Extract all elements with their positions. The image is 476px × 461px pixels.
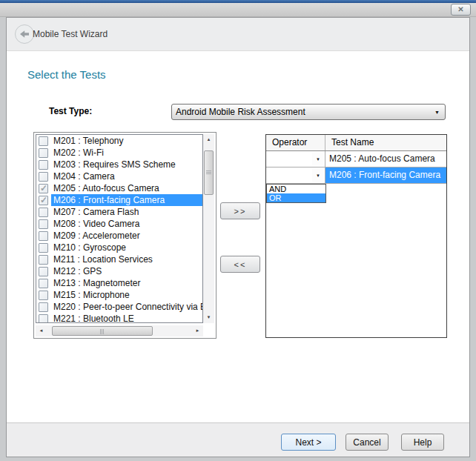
check-icon: ✓ (40, 195, 47, 205)
available-tests-container: ✓M201 : Telephony ✓M202 : Wi-Fi ✓M203 : … (33, 132, 216, 339)
checkbox[interactable]: ✓ (39, 136, 48, 146)
checkbox[interactable]: ✓ (39, 231, 48, 241)
wizard-panel: Mobile Test Wizard Select the Tests Test… (6, 17, 470, 457)
column-header-test-name: Test Name (325, 135, 446, 150)
check-icon: ✓ (40, 183, 47, 193)
checkbox[interactable]: ✓ (39, 279, 48, 288)
test-name-cell[interactable]: M206 : Front-facing Camera (325, 168, 446, 183)
scroll-down-icon[interactable]: ▼ (203, 312, 214, 323)
list-item[interactable]: ✓M213 : Magnetometer (36, 277, 202, 289)
chevron-down-icon[interactable]: ▼ (312, 152, 324, 166)
checkbox[interactable]: ✓ (39, 196, 48, 205)
operator-dropdown-cell[interactable]: ▼ (266, 168, 325, 183)
list-item[interactable]: ✓M202 : Wi-Fi (36, 147, 202, 159)
list-item[interactable]: ✓M208 : Video Camera (36, 218, 202, 230)
operator-options-dropdown: AND OR (266, 184, 326, 203)
checkbox[interactable]: ✓ (39, 243, 48, 253)
horizontal-scrollbar[interactable]: ◄ ► (36, 325, 203, 336)
checkbox[interactable]: ✓ (39, 267, 48, 276)
checkbox[interactable]: ✓ (39, 172, 48, 182)
test-type-select[interactable]: Android Mobile Risk Assessment ▼ (171, 104, 446, 120)
list-item[interactable]: ✓M207 : Camera Flash (36, 206, 202, 218)
list-item[interactable]: ✓M210 : Gyroscope (36, 242, 202, 253)
scroll-up-icon[interactable]: ▲ (203, 134, 214, 145)
table-row[interactable]: ▼ M206 : Front-facing Camera (266, 168, 446, 184)
checkbox[interactable]: ✓ (39, 291, 48, 300)
next-button[interactable]: Next > (281, 434, 336, 451)
list-item[interactable]: ✓M204 : Camera (36, 170, 202, 182)
chevron-down-icon: ▼ (434, 110, 440, 115)
list-item[interactable]: ✓M221 : Bluetooth LE (36, 313, 202, 323)
chevron-down-icon[interactable]: ▼ (312, 168, 324, 182)
wizard-window: ✕ Mobile Test Wizard Select the Tests Te… (0, 0, 476, 461)
operator-dropdown-cell[interactable]: ▼ (266, 151, 325, 167)
wizard-header: Mobile Test Wizard (7, 18, 469, 51)
selected-tests-table: Operator Test Name ▼ M205 : Auto-focus C… (265, 134, 447, 338)
add-tests-button[interactable]: >> (220, 202, 260, 219)
list-item[interactable]: ✓M205 : Auto-focus Camera (36, 182, 202, 194)
vertical-scrollbar-thumb[interactable] (204, 150, 214, 195)
footer-bar: Next > Cancel Help (7, 422, 469, 457)
list-item[interactable]: ✓M201 : Telephony (36, 135, 202, 147)
list-item[interactable]: ✓M220 : Peer-to-peer Connectivity via Bl… (36, 301, 202, 313)
checkbox[interactable]: ✓ (39, 314, 48, 324)
table-header-row: Operator Test Name (266, 135, 446, 151)
scroll-right-icon[interactable]: ► (192, 325, 203, 336)
checkbox[interactable]: ✓ (39, 302, 48, 312)
test-name-cell[interactable]: M205 : Auto-focus Camera (325, 151, 446, 167)
available-tests-list: ✓M201 : Telephony ✓M202 : Wi-Fi ✓M203 : … (36, 134, 203, 323)
operator-option-or[interactable]: OR (267, 193, 325, 202)
checkbox[interactable]: ✓ (39, 184, 48, 193)
checkbox[interactable]: ✓ (39, 255, 48, 265)
horizontal-scrollbar-thumb[interactable] (52, 326, 153, 336)
window-titlebar: ✕ (0, 3, 476, 17)
list-item[interactable]: ✓M209 : Accelerometer (36, 230, 202, 242)
test-type-value: Android Mobile Risk Assessment (176, 107, 305, 117)
vertical-scrollbar[interactable]: ▲ ▼ (203, 134, 214, 323)
arrow-left-icon (19, 29, 30, 39)
list-item[interactable]: ✓M203 : Requires SMS Scheme (36, 159, 202, 170)
list-item[interactable]: ✓M215 : Microphone (36, 289, 202, 301)
checkbox[interactable]: ✓ (39, 148, 48, 158)
section-heading: Select the Tests (27, 68, 106, 81)
checkbox[interactable]: ✓ (39, 219, 48, 229)
cancel-button[interactable]: Cancel (346, 434, 389, 451)
wizard-title: Mobile Test Wizard (33, 29, 108, 39)
test-type-label: Test Type: (49, 106, 92, 116)
list-item[interactable]: ✓M211 : Location Services (36, 253, 202, 265)
list-item[interactable]: ✓M212 : GPS (36, 265, 202, 277)
close-icon: ✕ (457, 5, 463, 13)
checkbox[interactable]: ✓ (39, 160, 48, 170)
help-button[interactable]: Help (401, 434, 444, 451)
scroll-left-icon[interactable]: ◄ (36, 325, 47, 336)
back-button[interactable] (15, 24, 34, 44)
remove-tests-button[interactable]: << (220, 256, 260, 273)
table-row[interactable]: ▼ M205 : Auto-focus Camera (266, 151, 446, 168)
column-header-operator: Operator (266, 135, 325, 150)
list-item[interactable]: ✓M206 : Front-facing Camera (36, 194, 202, 206)
checkbox[interactable]: ✓ (39, 208, 48, 217)
close-button[interactable]: ✕ (451, 4, 471, 16)
operator-option-and[interactable]: AND (267, 185, 325, 193)
